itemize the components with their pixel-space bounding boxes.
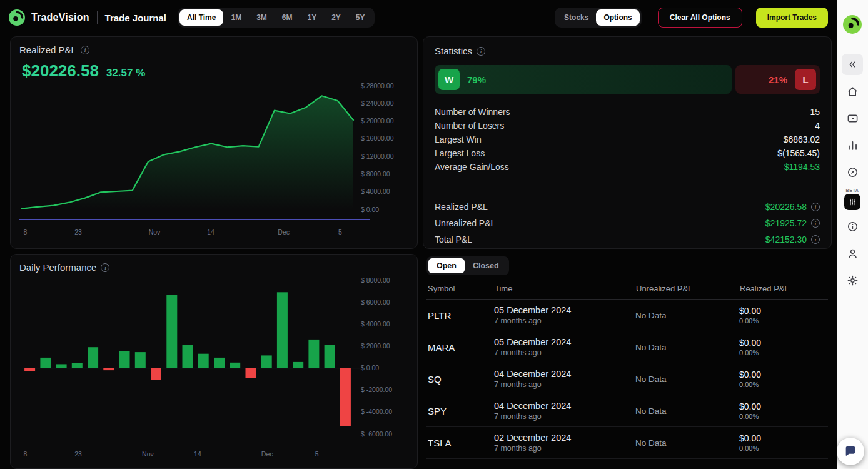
pnl-row: Realized P&L$20226.58 <box>435 199 820 215</box>
pnl-label: Unrealized P&L <box>435 215 495 231</box>
svg-text:8: 8 <box>23 450 27 458</box>
bar-chart-icon[interactable] <box>842 134 863 156</box>
range-6m[interactable]: 6M <box>275 9 300 26</box>
compass-icon[interactable] <box>842 161 863 183</box>
range-5y[interactable]: 5Y <box>348 9 373 26</box>
table-row[interactable]: SQ 04 December 20247 months ago No Data … <box>426 363 828 395</box>
import-trades-button[interactable]: Import Trades <box>756 8 828 28</box>
info-icon[interactable] <box>101 263 109 272</box>
stat-value: $(1565.45) <box>777 146 820 160</box>
brand-name: TradeVision <box>31 12 89 23</box>
home-icon[interactable] <box>842 81 863 102</box>
stocks-tab[interactable]: Stocks <box>557 9 596 26</box>
pnl-row: Unrealized P&L$21925.72 <box>435 215 820 231</box>
table-row[interactable]: SPY 04 December 20247 months ago No Data… <box>426 395 828 427</box>
column-unrealized-pnl: Unrealized P&L <box>628 284 732 293</box>
pnl-value: $21925.72 <box>765 215 807 231</box>
pnl-row: Total P&L$42152.30 <box>435 231 820 248</box>
table-row[interactable]: MARA 05 December 20247 months ago No Dat… <box>426 331 828 363</box>
chat-bubble-button[interactable] <box>837 438 864 465</box>
main-area: TradeVision Trade Journal All Time 1M 3M… <box>0 0 837 469</box>
svg-text:$ 20000.00: $ 20000.00 <box>361 117 394 124</box>
table-row[interactable]: TSLA 02 December 20247 months ago No Dat… <box>426 427 828 459</box>
sidebar-logo-icon[interactable] <box>843 15 862 34</box>
beta-sliders-icon[interactable] <box>844 194 860 210</box>
page-title: Trade Journal <box>105 13 166 23</box>
svg-text:$ -2000.00: $ -2000.00 <box>361 386 392 393</box>
range-1y[interactable]: 1Y <box>300 9 324 26</box>
svg-text:$ 8000.00: $ 8000.00 <box>361 276 390 284</box>
trade-age: 7 months ago <box>494 444 628 453</box>
profile-icon[interactable] <box>842 243 863 264</box>
column-symbol: Symbol <box>426 284 487 293</box>
win-bar: W 79% <box>435 65 732 94</box>
info-icon[interactable] <box>811 235 820 244</box>
pnl-value: $20226.58 <box>765 199 807 215</box>
range-2y[interactable]: 2Y <box>324 9 348 26</box>
win-percent: 79% <box>467 74 486 85</box>
svg-text:14: 14 <box>194 450 201 458</box>
realized-percent: 0.00% <box>739 317 828 325</box>
video-icon[interactable] <box>842 108 863 129</box>
svg-text:$ -6000.00: $ -6000.00 <box>361 430 392 438</box>
app-logo-icon[interactable] <box>9 9 25 26</box>
realized-value: $0.00 <box>739 338 828 348</box>
loss-percent: 21% <box>769 74 787 85</box>
theme-toggle-icon[interactable] <box>842 270 863 291</box>
info-icon[interactable] <box>811 219 820 228</box>
symbol: SPY <box>426 406 487 416</box>
pnl-summary-list: Realized P&L$20226.58 Unrealized P&L$219… <box>435 199 820 248</box>
info-icon[interactable] <box>811 203 820 211</box>
daily-performance-title: Daily Performance <box>19 262 96 273</box>
tab-open[interactable]: Open <box>428 258 465 273</box>
svg-text:$ 8000.00: $ 8000.00 <box>361 170 390 178</box>
svg-text:8: 8 <box>23 228 27 236</box>
stat-label: Number of Losers <box>435 119 504 133</box>
stat-label: Number of Winners <box>435 105 510 119</box>
unrealized-value: No Data <box>628 438 732 448</box>
svg-text:Dec: Dec <box>261 450 273 458</box>
trade-date: 05 December 2024 <box>494 305 628 315</box>
positions-tabs: Open Closed <box>426 256 509 275</box>
asset-toggle-group: Stocks Options <box>555 8 642 28</box>
range-all-time[interactable]: All Time <box>179 9 223 26</box>
unrealized-value: No Data <box>628 343 732 352</box>
topbar: TradeVision Trade Journal All Time 1M 3M… <box>0 0 837 35</box>
stat-label: Average Gain/Loss <box>435 160 509 174</box>
symbol: SQ <box>426 374 487 385</box>
win-loss-bar: W 79% 21% L <box>435 65 820 94</box>
clear-all-options-button[interactable]: Clear All Options <box>658 8 742 28</box>
statistics-header: Statistics <box>435 46 820 56</box>
svg-text:$ 4000.00: $ 4000.00 <box>361 188 390 195</box>
info-icon[interactable] <box>842 216 863 237</box>
range-1m[interactable]: 1M <box>223 9 249 26</box>
stat-row: Average Gain/Loss$1194.53 <box>435 160 820 174</box>
stat-value: 4 <box>815 119 820 133</box>
stat-label: Largest Loss <box>435 146 485 160</box>
content-grid: Realized P&L $20226.58 32.57 % $ 28000.0… <box>0 35 837 469</box>
info-icon[interactable] <box>81 46 89 54</box>
stat-value: $6863.02 <box>784 133 820 146</box>
tab-closed[interactable]: Closed <box>465 258 507 273</box>
options-tab[interactable]: Options <box>596 9 639 26</box>
realized-pnl-percent: 32.57 % <box>106 67 145 79</box>
range-3m[interactable]: 3M <box>249 9 275 26</box>
svg-text:$ 24000.00: $ 24000.00 <box>361 99 394 107</box>
trade-age: 7 months ago <box>494 348 628 357</box>
svg-text:$ 0.00: $ 0.00 <box>361 364 379 371</box>
column-realized-pnl: Realized P&L <box>732 284 828 293</box>
stat-row: Largest Loss$(1565.45) <box>435 146 820 160</box>
svg-text:$ 12000.00: $ 12000.00 <box>361 153 394 160</box>
pnl-label: Total P&L <box>435 231 472 248</box>
statistics-list: Number of Winners15 Number of Losers4 La… <box>435 105 820 174</box>
svg-text:$ 28000.00: $ 28000.00 <box>361 82 394 89</box>
trade-age: 7 months ago <box>494 412 628 421</box>
stat-value: 15 <box>810 105 820 119</box>
info-icon[interactable] <box>477 47 485 56</box>
table-row[interactable]: PLTR 05 December 20247 months ago No Dat… <box>426 300 828 331</box>
collapse-sidebar-icon[interactable] <box>842 54 863 75</box>
realized-value: $0.00 <box>739 401 828 411</box>
realized-value: $0.00 <box>739 433 828 443</box>
symbol: PLTR <box>426 310 487 321</box>
realized-pnl-header: Realized P&L <box>19 44 408 55</box>
